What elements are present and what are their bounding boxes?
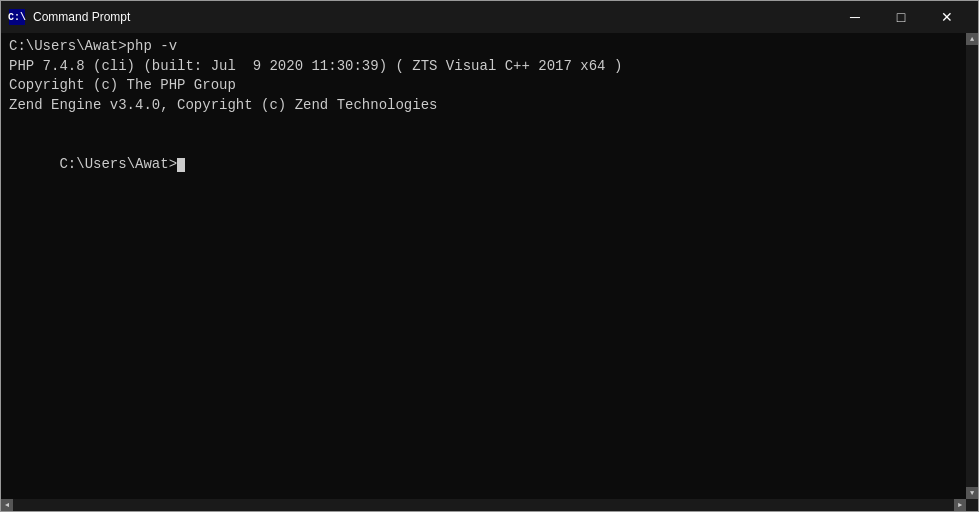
window-title: Command Prompt xyxy=(33,10,832,24)
scroll-right-arrow[interactable]: ► xyxy=(954,499,966,511)
scroll-down-arrow[interactable]: ▼ xyxy=(966,487,978,499)
maximize-button[interactable]: □ xyxy=(878,1,924,33)
cmd-window: C:\ Command Prompt ─ □ ✕ C:\Users\Awat>p… xyxy=(0,0,979,512)
scroll-h-thumb[interactable] xyxy=(13,499,954,511)
scroll-up-arrow[interactable]: ▲ xyxy=(966,33,978,45)
terminal-line-1: C:\Users\Awat>php -v xyxy=(9,37,970,57)
close-button[interactable]: ✕ xyxy=(924,1,970,33)
minimize-button[interactable]: ─ xyxy=(832,1,878,33)
terminal-prompt-line: C:\Users\Awat> xyxy=(9,135,970,194)
window-icon: C:\ xyxy=(9,9,25,25)
horizontal-scrollbar[interactable]: ◄ ► xyxy=(1,499,966,511)
terminal-line-2: PHP 7.4.8 (cli) (built: Jul 9 2020 11:30… xyxy=(9,57,970,77)
scroll-left-arrow[interactable]: ◄ xyxy=(1,499,13,511)
cmd-icon-image: C:\ xyxy=(9,9,25,25)
terminal-line-4: Zend Engine v3.4.0, Copyright (c) Zend T… xyxy=(9,96,970,116)
window-controls: ─ □ ✕ xyxy=(832,1,970,33)
terminal-prompt: C:\Users\Awat> xyxy=(59,156,177,172)
terminal-line-blank xyxy=(9,115,970,135)
scrollbar-corner xyxy=(966,499,978,511)
cursor xyxy=(177,158,185,172)
terminal-line-3: Copyright (c) The PHP Group xyxy=(9,76,970,96)
vertical-scrollbar[interactable]: ▲ ▼ xyxy=(966,33,978,499)
scroll-thumb[interactable] xyxy=(966,45,978,487)
title-bar: C:\ Command Prompt ─ □ ✕ xyxy=(1,1,978,33)
terminal-body[interactable]: C:\Users\Awat>php -v PHP 7.4.8 (cli) (bu… xyxy=(1,33,978,511)
